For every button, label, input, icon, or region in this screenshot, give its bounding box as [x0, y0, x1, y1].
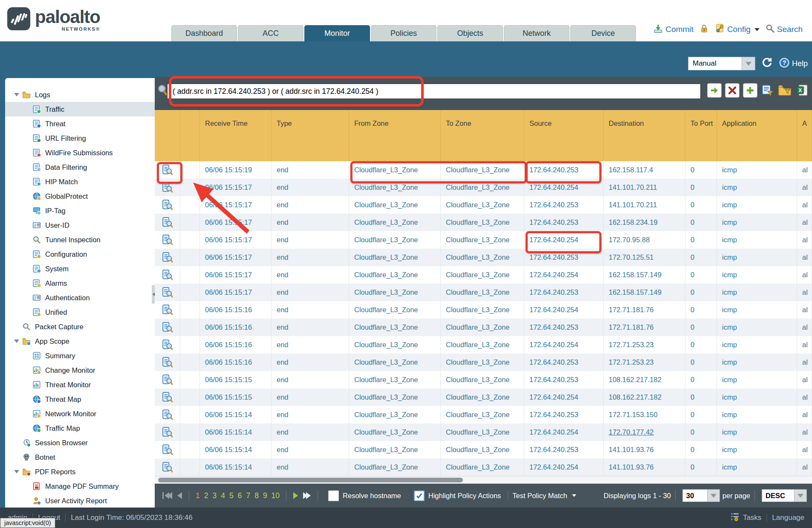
sidebar-item-globalprotect[interactable]: GlobalProtect — [5, 189, 155, 203]
sidebar-item-ip-tag[interactable]: IP-Tag — [5, 203, 155, 218]
cell-action[interactable]: al — [797, 354, 812, 371]
cell-action[interactable]: al — [797, 284, 812, 301]
sort-order-select[interactable]: DESC — [762, 489, 807, 502]
cell-to-port[interactable]: 0 — [685, 319, 717, 336]
cell-application[interactable]: icmp — [717, 214, 797, 231]
help-button[interactable]: ? Help — [779, 57, 808, 70]
cell-receive-time[interactable]: 06/06 15:15:17 — [200, 196, 272, 214]
cell-source[interactable]: 172.64.240.253 — [524, 161, 604, 179]
sidebar-item-threat[interactable]: Threat — [5, 116, 155, 131]
sidebar-item-session-browser[interactable]: Session Browser — [5, 435, 155, 450]
filter-builder-icon[interactable] — [761, 83, 774, 97]
cell-destination[interactable]: 141.101.93.76 — [604, 441, 685, 458]
cell-receive-time[interactable]: 06/06 15:15:17 — [200, 231, 272, 249]
sidebar-item-data-filtering[interactable]: Data Filtering — [5, 160, 155, 174]
cell-application[interactable]: icmp — [717, 301, 797, 319]
cell-from-zone[interactable]: Cloudflare_L3_Zone — [349, 371, 441, 389]
log-detail-icon[interactable] — [155, 424, 180, 441]
cell-destination[interactable]: 172.70.125.51 — [604, 249, 685, 266]
cell-from-zone[interactable]: Cloudflare_L3_Zone — [349, 249, 441, 266]
apply-filter-button[interactable] — [707, 83, 722, 98]
cell-application[interactable]: icmp — [717, 161, 797, 179]
cell-action[interactable]: al — [797, 301, 812, 319]
log-detail-icon[interactable] — [155, 249, 180, 266]
cell-destination[interactable]: 108.162.217.182 — [604, 389, 685, 406]
cell-destination[interactable]: 141.101.70.211 — [604, 179, 685, 196]
cell-receive-time[interactable]: 06/06 15:15:14 — [200, 441, 272, 458]
cell-to-port[interactable]: 0 — [685, 406, 717, 424]
sidebar-item-network-monitor[interactable]: Network Monitor — [5, 406, 155, 421]
cell-application[interactable]: icmp — [717, 319, 797, 336]
language-link[interactable]: Language — [772, 513, 804, 522]
cell-source[interactable]: 172.64.240.253 — [524, 371, 604, 389]
cell-type[interactable]: end — [272, 179, 349, 196]
prev-page-button[interactable] — [177, 492, 182, 499]
sidebar-item-configuration[interactable]: Configuration — [5, 247, 155, 261]
tasks-button[interactable]: Tasks — [730, 512, 761, 524]
cell-from-zone[interactable]: Cloudflare_L3_Zone — [349, 214, 441, 231]
cell-destination[interactable]: 172.71.253.23 — [604, 354, 685, 371]
cell-action[interactable]: al — [797, 336, 812, 354]
log-detail-icon[interactable] — [155, 266, 180, 284]
tab-dashboard[interactable]: Dashboard — [171, 25, 237, 41]
cell-to-port[interactable]: 0 — [685, 284, 717, 301]
cell-type[interactable]: end — [272, 389, 349, 406]
cell-to-zone[interactable]: Cloudflare_L3_Zone — [441, 371, 524, 389]
cell-from-zone[interactable]: Cloudflare_L3_Zone — [349, 301, 441, 319]
cell-destination[interactable]: 162.158.234.19 — [604, 214, 685, 231]
filter-query-input[interactable] — [167, 84, 701, 99]
cell-receive-time[interactable]: 06/06 15:15:16 — [200, 301, 272, 319]
cell-action[interactable]: al — [797, 371, 812, 389]
log-detail-icon[interactable] — [155, 354, 180, 371]
page-number-9[interactable]: 9 — [263, 491, 267, 500]
cell-receive-time[interactable]: 06/06 15:15:17 — [200, 249, 272, 266]
cell-from-zone[interactable]: Cloudflare_L3_Zone — [349, 161, 441, 179]
tab-network[interactable]: Network — [504, 25, 569, 41]
next-page-button[interactable] — [293, 492, 298, 499]
page-number-1[interactable]: 1 — [196, 491, 200, 500]
sidebar-item-user-activity-report[interactable]: User Activity Report — [5, 493, 155, 508]
cell-to-zone[interactable]: Cloudflare_L3_Zone — [441, 179, 524, 196]
cell-receive-time[interactable]: 06/06 15:15:16 — [200, 336, 272, 354]
cell-from-zone[interactable]: Cloudflare_L3_Zone — [349, 284, 441, 301]
sidebar-item-wildfire-submissions[interactable]: WildFire Submissions — [5, 145, 155, 160]
column-header-to-zone[interactable]: To Zone — [441, 110, 524, 161]
cell-to-zone[interactable]: Cloudflare_L3_Zone — [441, 284, 524, 301]
cell-action[interactable]: al — [797, 214, 812, 231]
cell-application[interactable]: icmp — [717, 231, 797, 249]
log-detail-icon[interactable] — [155, 336, 180, 354]
cell-to-zone[interactable]: Cloudflare_L3_Zone — [441, 214, 524, 231]
cell-action[interactable]: al — [797, 161, 812, 179]
page-number-2[interactable]: 2 — [204, 491, 208, 500]
cell-type[interactable]: end — [272, 196, 349, 214]
chevron-down-icon[interactable] — [742, 57, 755, 70]
add-filter-button[interactable] — [743, 83, 757, 98]
cell-action[interactable]: al — [797, 441, 812, 458]
column-header-from-zone[interactable]: From Zone — [349, 110, 441, 161]
sidebar-item-logs[interactable]: Logs — [5, 87, 155, 102]
cell-application[interactable]: icmp — [717, 266, 797, 284]
cell-to-zone[interactable]: Cloudflare_L3_Zone — [441, 354, 524, 371]
last-page-button[interactable] — [303, 492, 311, 499]
cell-to-zone[interactable]: Cloudflare_L3_Zone — [441, 406, 524, 424]
cell-type[interactable]: end — [272, 284, 349, 301]
log-detail-icon[interactable] — [155, 231, 180, 249]
expand-caret-icon[interactable] — [11, 93, 22, 96]
scrollbar-thumb[interactable] — [158, 478, 463, 482]
sidebar-item-botnet[interactable]: Botnet — [5, 450, 155, 464]
cell-application[interactable]: icmp — [717, 284, 797, 301]
cell-type[interactable]: end — [272, 441, 349, 458]
cell-action[interactable]: al — [797, 458, 812, 476]
cell-to-zone[interactable]: Cloudflare_L3_Zone — [441, 424, 524, 441]
cell-action[interactable]: al — [797, 406, 812, 424]
column-header-a[interactable]: A — [797, 110, 812, 161]
cell-application[interactable]: icmp — [717, 389, 797, 406]
cell-destination[interactable]: 172.70.177.42 — [604, 424, 685, 441]
cell-receive-time[interactable]: 06/06 15:15:14 — [200, 424, 272, 441]
cell-to-zone[interactable]: Cloudflare_L3_Zone — [441, 336, 524, 354]
cell-source[interactable]: 172.64.240.253 — [524, 406, 604, 424]
column-header-type[interactable]: Type — [272, 110, 349, 161]
cell-application[interactable]: icmp — [717, 441, 797, 458]
cell-type[interactable]: end — [272, 424, 349, 441]
search-button[interactable]: Search — [766, 24, 803, 35]
